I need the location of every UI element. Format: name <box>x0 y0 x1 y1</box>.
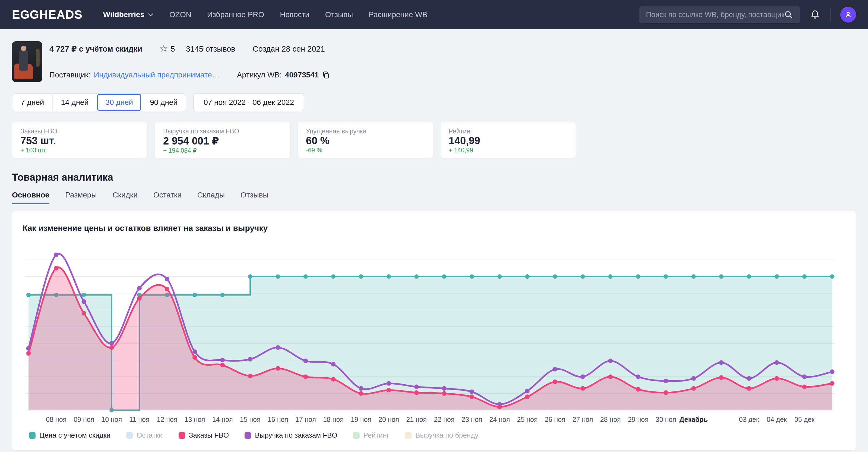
svg-text:23 ноя: 23 ноя <box>462 416 482 423</box>
period-option-7[interactable]: 7 дней <box>12 94 53 111</box>
search-input[interactable] <box>646 10 784 19</box>
period-option-90[interactable]: 90 дней <box>142 94 186 111</box>
nav-item-label: Расширение WB <box>369 10 427 19</box>
legend-label: Заказы FBO <box>189 431 229 440</box>
svg-text:Декабрь: Декабрь <box>679 416 708 423</box>
nav-item-label: Новости <box>280 10 309 19</box>
legend-swatch-icon <box>29 432 36 439</box>
legend-item[interactable]: Цена с учётом скидки <box>29 431 111 440</box>
supplier-label: Поставщик: <box>50 70 90 79</box>
chart-legend: Цена с учётом скидкиОстаткиЗаказы FBOВыр… <box>29 431 856 440</box>
legend-item[interactable]: Заказы FBO <box>179 431 229 440</box>
top-header: EGGHEADS WildberriesOZONИзбранное PROНов… <box>0 0 868 29</box>
legend-item[interactable]: Выручка по бренду <box>405 431 478 440</box>
svg-text:27 ноя: 27 ноя <box>572 416 593 423</box>
kpi-value: 2 954 001 ₽ <box>163 135 282 147</box>
copy-icon[interactable] <box>322 71 330 79</box>
period-option-30[interactable]: 30 дней <box>97 94 142 111</box>
period-segmented-control: 7 дней14 дней30 дней90 дней <box>12 93 186 111</box>
tab-отзывы[interactable]: Отзывы <box>241 191 269 204</box>
chart-card: Как изменение цены и остатков влияет на … <box>12 211 856 451</box>
nav-item-label: Отзывы <box>325 10 353 19</box>
svg-text:09 ноя: 09 ноя <box>73 416 94 423</box>
legend-swatch-icon <box>245 432 251 439</box>
svg-text:12 ноя: 12 ноя <box>157 416 177 423</box>
tab-склады[interactable]: Склады <box>197 191 225 204</box>
tab-остатки[interactable]: Остатки <box>153 191 182 204</box>
nav-item-ozon[interactable]: OZON <box>169 10 191 19</box>
app-logo[interactable]: EGGHEADS <box>12 8 83 22</box>
sku-label: Артикул WB: <box>237 70 282 79</box>
person-icon <box>844 10 852 19</box>
svg-text:29 ноя: 29 ноя <box>628 416 648 423</box>
legend-item[interactable]: Рейтинг <box>353 431 389 440</box>
tab-размеры[interactable]: Размеры <box>65 191 97 204</box>
legend-label: Остатки <box>136 431 163 440</box>
legend-swatch-icon <box>126 432 133 439</box>
nav-item-wildberries[interactable]: Wildberries <box>103 10 154 19</box>
kpi-delta: + 194 084 ₽ <box>163 147 282 154</box>
kpi-label: Рейтинг <box>448 128 567 135</box>
nav-item-label: Wildberries <box>103 10 145 19</box>
nav-item-отзывы[interactable]: Отзывы <box>325 10 353 19</box>
legend-item[interactable]: Выручка по заказам FBO <box>245 431 337 440</box>
kpi-delta: -69 % <box>306 147 425 154</box>
kpi-value: 140,99 <box>448 135 567 147</box>
profile-avatar[interactable] <box>840 7 856 23</box>
chevron-down-icon <box>148 13 154 17</box>
chart-title: Как изменение цены и остатков влияет на … <box>23 224 856 233</box>
period-option-14[interactable]: 14 дней <box>53 94 97 111</box>
svg-text:03 дек: 03 дек <box>739 416 760 423</box>
legend-swatch-icon <box>179 432 185 439</box>
svg-text:20 ноя: 20 ноя <box>378 416 399 423</box>
line-chart[interactable]: 08 ноя09 ноя10 ноя11 ноя12 ноя13 ноя14 н… <box>12 233 856 426</box>
svg-text:18 ноя: 18 ноя <box>323 416 344 423</box>
header-divider <box>830 8 831 21</box>
svg-text:19 ноя: 19 ноя <box>351 416 371 423</box>
legend-label: Рейтинг <box>364 431 389 440</box>
svg-text:08 ноя: 08 ноя <box>46 416 66 423</box>
kpi-cards: Заказы FBO753 шт.+ 103 шт.Выручка по зак… <box>12 122 856 158</box>
svg-text:30 ноя: 30 ноя <box>655 416 676 423</box>
svg-text:17 ноя: 17 ноя <box>295 416 316 423</box>
nav-item-расширение-wb[interactable]: Расширение WB <box>369 10 427 19</box>
kpi-card: Упущенная выручка60 %-69 % <box>298 122 433 158</box>
search-icon[interactable] <box>784 10 793 19</box>
product-image[interactable] <box>12 41 42 82</box>
bell-icon[interactable] <box>810 9 820 20</box>
kpi-card: Рейтинг140,99+ 140,99 <box>440 122 576 158</box>
kpi-value: 60 % <box>306 135 425 147</box>
svg-text:25 ноя: 25 ноя <box>517 416 538 423</box>
tab-скидки[interactable]: Скидки <box>113 191 137 204</box>
supplier-link[interactable]: Индивидуальный предпринимате… <box>94 70 219 79</box>
product-rating: 5 <box>171 45 175 54</box>
svg-text:14 ноя: 14 ноя <box>212 416 233 423</box>
date-range-button[interactable]: 07 ноя 2022 - 06 дек 2022 <box>193 93 304 111</box>
product-created: Создан 28 сен 2021 <box>253 45 325 54</box>
legend-swatch-icon <box>353 432 360 439</box>
tab-основное[interactable]: Основное <box>12 191 50 204</box>
nav-item-избранное-pro[interactable]: Избранное PRO <box>207 10 264 19</box>
svg-text:11 ноя: 11 ноя <box>129 416 149 423</box>
svg-text:13 ноя: 13 ноя <box>185 416 205 423</box>
kpi-delta: + 103 шт. <box>20 147 139 154</box>
svg-text:26 ноя: 26 ноя <box>545 416 565 423</box>
header-right <box>639 6 856 23</box>
kpi-label: Заказы FBO <box>20 128 139 135</box>
main-nav: WildberriesOZONИзбранное PROНовостиОтзыв… <box>103 10 428 19</box>
product-price: 4 727 ₽ с учётом скидки <box>50 44 142 54</box>
kpi-label: Упущенная выручка <box>306 128 425 135</box>
legend-item[interactable]: Остатки <box>126 431 163 440</box>
svg-text:10 ноя: 10 ноя <box>101 416 122 423</box>
legend-label: Выручка по бренду <box>415 431 478 440</box>
kpi-delta: + 140,99 <box>448 147 567 154</box>
search-box <box>639 6 800 23</box>
nav-item-новости[interactable]: Новости <box>280 10 309 19</box>
kpi-label: Выручка по заказам FBO <box>163 128 282 135</box>
kpi-card: Выручка по заказам FBO2 954 001 ₽+ 194 0… <box>155 122 290 158</box>
svg-text:28 ноя: 28 ноя <box>600 416 621 423</box>
nav-item-label: Избранное PRO <box>207 10 264 19</box>
product-reviews[interactable]: 3145 отзывов <box>186 45 235 54</box>
svg-text:05 дек: 05 дек <box>795 416 815 423</box>
kpi-value: 753 шт. <box>20 135 139 147</box>
